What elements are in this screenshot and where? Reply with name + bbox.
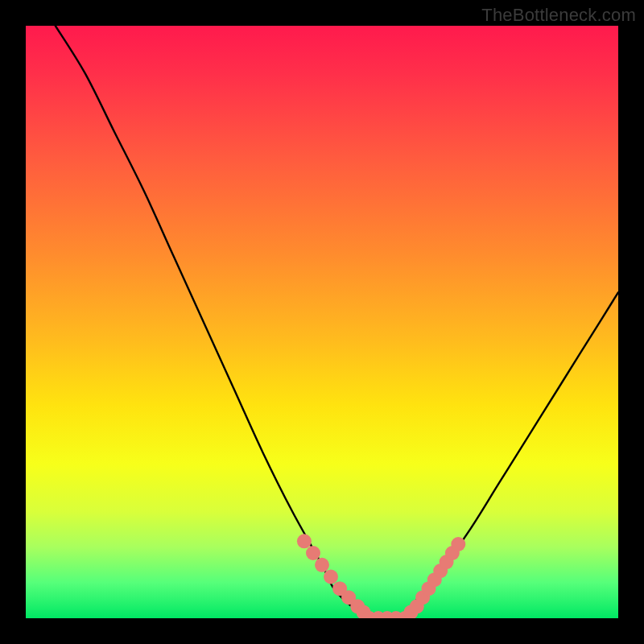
highlight-dot	[306, 546, 320, 560]
bottleneck-curve	[56, 26, 618, 618]
plot-area	[26, 26, 618, 618]
highlight-dot	[315, 558, 329, 572]
highlight-dot	[324, 570, 338, 584]
watermark-text: TheBottleneck.com	[481, 5, 636, 26]
highlight-dot	[297, 534, 312, 548]
highlight-dots-right	[410, 537, 466, 613]
bottleneck-curve-svg	[26, 26, 618, 618]
highlight-dot	[451, 537, 465, 551]
chart-frame: TheBottleneck.com	[0, 0, 644, 644]
highlight-dots-left	[297, 534, 371, 618]
